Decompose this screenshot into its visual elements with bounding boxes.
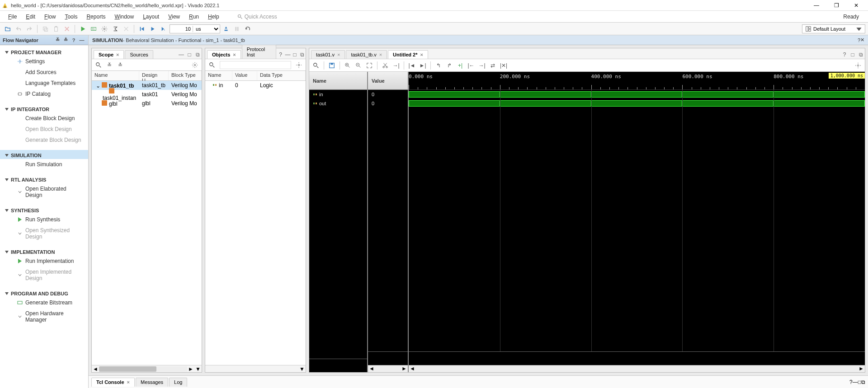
help-icon[interactable]: ?	[840, 51, 849, 59]
tab-scope[interactable]: Scope×	[94, 50, 124, 59]
scope-row[interactable]: glblglblVerilog Mo	[92, 99, 202, 108]
float-panel-icon[interactable]: ⧉	[193, 51, 202, 59]
quick-access-search[interactable]: Quick Access	[237, 14, 277, 20]
tab-untitled-2[interactable]: Untitled 2*×	[388, 50, 428, 59]
menu-view[interactable]: View	[164, 12, 184, 22]
wave-plot-area[interactable]: 1,000.000 ns 0.000 ns200.000 ns400.000 n…	[409, 72, 865, 372]
float-panel-icon[interactable]: ⧉	[857, 51, 865, 59]
gear-icon[interactable]	[294, 60, 304, 70]
nav-item-create-block-design[interactable]: Create Block Design	[0, 113, 88, 124]
prev-transition-icon[interactable]: ↰	[434, 61, 443, 70]
generate-bitstream-button[interactable]: 01	[89, 24, 99, 34]
expand-all-icon[interactable]: ≛	[62, 37, 69, 44]
nav-section-ip-integrator[interactable]: IP INTEGRATOR	[0, 104, 88, 113]
zoom-out-icon[interactable]	[354, 61, 363, 70]
nav-item-language-templates[interactable]: Language Templates	[0, 78, 88, 89]
open-file-button[interactable]	[3, 24, 13, 34]
nav-item-open-synthesized-design[interactable]: Open Synthesized Design	[0, 225, 88, 242]
maximize-panel-icon[interactable]: □	[858, 379, 861, 385]
signal-name-row[interactable]: out	[309, 99, 367, 108]
zoom-in-icon[interactable]	[343, 61, 353, 70]
search-input[interactable]	[220, 61, 291, 69]
scope-row[interactable]: task01_instantask01Verilog Mo	[92, 90, 202, 99]
nav-item-open-implemented-design[interactable]: Open Implemented Design	[0, 266, 88, 284]
menu-file[interactable]: File	[4, 12, 21, 22]
nav-section-project-manager[interactable]: PROJECT MANAGER	[0, 47, 88, 56]
nav-section-rtl-analysis[interactable]: RTL ANALYSIS	[0, 174, 88, 183]
minimize-button[interactable]: —	[807, 1, 826, 9]
settings-button[interactable]	[99, 24, 109, 34]
signal-name-row[interactable]: in	[309, 90, 367, 99]
help-icon[interactable]: ?	[277, 51, 284, 59]
tab-task01-tb-v[interactable]: task01_tb.v×	[346, 50, 387, 59]
minimize-panel-icon[interactable]: —	[177, 51, 185, 59]
menu-tools[interactable]: Tools	[60, 12, 82, 22]
maximize-panel-icon[interactable]: □	[849, 51, 857, 59]
nav-item-generate-block-design[interactable]: Generate Block Design	[0, 135, 88, 145]
help-icon[interactable]: ?	[70, 37, 77, 44]
waveform-row[interactable]	[409, 99, 865, 108]
nav-item-run-synthesis[interactable]: Run Synthesis	[0, 214, 88, 225]
run-time-value[interactable]	[170, 26, 193, 32]
menu-window[interactable]: Window	[110, 12, 138, 22]
swap-markers-icon[interactable]: ⇄	[488, 61, 498, 70]
run-time-input[interactable]: us	[170, 24, 220, 33]
nav-item-settings[interactable]: Settings	[0, 56, 88, 67]
tab-sources[interactable]: Sources	[125, 50, 153, 59]
search-icon[interactable]	[207, 60, 217, 70]
menu-help[interactable]: Help	[203, 12, 224, 22]
tab-messages[interactable]: Messages	[136, 378, 168, 387]
minimize-panel-icon[interactable]: —	[284, 51, 291, 59]
save-icon[interactable]	[327, 61, 337, 70]
paste-button[interactable]	[51, 24, 61, 34]
next-transition-icon[interactable]: ↱	[444, 61, 454, 70]
menu-edit[interactable]: Edit	[21, 12, 40, 22]
float-panel-icon[interactable]: ⧉	[298, 51, 306, 59]
nav-item-open-hardware-manager[interactable]: Open Hardware Manager	[0, 308, 88, 325]
gear-icon[interactable]	[190, 60, 200, 70]
close-icon[interactable]: ×	[233, 52, 236, 57]
nav-section-synthesis[interactable]: SYNTHESIS	[0, 205, 88, 214]
horizontal-scrollbar[interactable]: ◄ ► ▼	[92, 365, 202, 372]
run-for-button[interactable]: t	[159, 24, 169, 34]
cut-icon[interactable]	[380, 61, 390, 70]
tab-objects[interactable]: Objects×	[207, 50, 241, 59]
tab-log[interactable]: Log	[169, 378, 187, 387]
collapse-all-icon[interactable]: ≚	[104, 60, 114, 70]
horizontal-scrollbar[interactable]: ▼	[205, 365, 306, 372]
tab-task01-v[interactable]: task01.v×	[311, 50, 345, 59]
run-button[interactable]	[78, 24, 88, 34]
search-icon[interactable]	[94, 60, 104, 70]
maximize-panel-icon[interactable]: □	[291, 51, 298, 59]
delete-button[interactable]	[62, 24, 72, 34]
collapse-expand-icon[interactable]: ≚	[54, 37, 61, 44]
add-marker-icon[interactable]: +|	[455, 61, 465, 70]
nav-section-program-and-debug[interactable]: PROGRAM AND DEBUG	[0, 288, 88, 297]
menu-layout[interactable]: Layout	[138, 12, 164, 22]
tab-tcl-console[interactable]: Tcl Console×	[91, 378, 135, 387]
layout-selector[interactable]: Default Layout	[802, 24, 865, 33]
minimize-nav-icon[interactable]: —	[78, 37, 85, 44]
nav-item-open-block-design[interactable]: Open Block Design	[0, 124, 88, 135]
copy-button[interactable]	[40, 24, 50, 34]
close-icon[interactable]: ×	[116, 52, 119, 57]
prev-marker-icon[interactable]: |←	[466, 61, 476, 70]
sigma-button[interactable]	[110, 24, 120, 34]
next-marker-icon[interactable]: →|	[477, 61, 487, 70]
close-button[interactable]: ✕	[846, 1, 866, 9]
gear-icon[interactable]	[853, 61, 863, 70]
redo-button[interactable]	[24, 24, 34, 34]
expand-all-icon[interactable]: ≛	[115, 60, 125, 70]
nav-item-ip-catalog[interactable]: IP Catalog	[0, 89, 88, 99]
run-time-unit[interactable]: us	[193, 26, 220, 32]
nav-item-add-sources[interactable]: Add Sources	[0, 67, 88, 78]
maximize-panel-icon[interactable]: □	[185, 51, 193, 59]
restart-button[interactable]	[137, 24, 147, 34]
waveform-row[interactable]	[409, 90, 865, 99]
zoom-fit-icon[interactable]	[364, 61, 374, 70]
search-icon[interactable]	[311, 61, 321, 70]
nav-section-implementation[interactable]: IMPLEMENTATION	[0, 247, 88, 256]
help-icon[interactable]: ?	[849, 379, 853, 385]
menu-run[interactable]: Run	[184, 12, 203, 22]
run-all-button[interactable]	[148, 24, 158, 34]
